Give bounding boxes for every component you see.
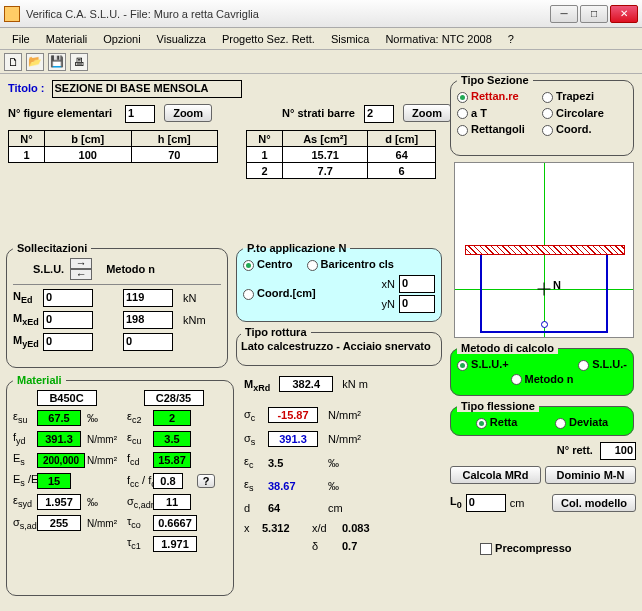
col-modello-button[interactable]: Col. modello [552, 494, 636, 512]
titolo-label: Titolo : [8, 82, 44, 94]
menu-visualizza[interactable]: Visualizza [149, 31, 214, 47]
d-value: 64 [268, 502, 328, 514]
ecu-box: 3.5 [153, 431, 191, 447]
MxRd-value: 382.4 [279, 376, 333, 392]
sollecitazioni-group: Sollecitazioni S.L.U. → ← Metodo n NEd 0… [6, 242, 228, 368]
NEd-input[interactable]: 0 [43, 289, 93, 307]
M-col2-input[interactable]: 198 [123, 311, 173, 329]
help-button[interactable]: ? [197, 474, 215, 488]
precompresso-check[interactable]: Precompresso [480, 542, 636, 555]
N-col2-input[interactable]: 119 [123, 289, 173, 307]
radio-centro[interactable]: Centro [243, 258, 293, 271]
fcd-box: 15.87 [153, 452, 191, 468]
radio-deviata[interactable]: Deviata [555, 416, 608, 429]
tco-box: 0.6667 [153, 515, 197, 531]
nbar-input[interactable]: 2 [364, 105, 394, 123]
x-value: 5.312 [262, 522, 312, 534]
barre-table: N°As [cm²]d [cm] 115.7164 27.76 [246, 130, 436, 179]
radio-at[interactable]: a T [457, 107, 542, 120]
xN-input[interactable]: 0 [399, 275, 435, 293]
window-title: Verifica C.A. S.L.U. - File: Muro a rett… [26, 8, 550, 20]
nbar-label: N° strati barre [282, 107, 355, 119]
xd-value: 0.083 [342, 522, 382, 534]
maximize-button[interactable]: □ [580, 5, 608, 23]
metodo-group: Metodo di calcolo S.L.U.+ S.L.U.- Metodo… [450, 342, 634, 396]
table-row[interactable]: 27.76 [247, 163, 436, 179]
fyd-box: 391.3 [37, 431, 81, 447]
L0-input[interactable]: 0 [466, 494, 506, 512]
titolo-input[interactable]: SEZIONE DI BASE MENSOLA [52, 80, 242, 98]
tiporottura-text: Lato calcestruzzo - Acciaio snervato [241, 340, 437, 352]
plot-N-label: N [553, 279, 561, 291]
print-icon[interactable]: 🖶 [70, 53, 88, 71]
table-row[interactable]: 115.7164 [247, 147, 436, 163]
open-icon[interactable]: 📂 [26, 53, 44, 71]
new-icon[interactable]: 🗋 [4, 53, 22, 71]
menu-opzioni[interactable]: Opzioni [95, 31, 148, 47]
tipoflessione-legend: Tipo flessione [457, 400, 539, 412]
pto-group: P.to applicazione N Centro Baricentro cl… [236, 242, 442, 322]
menu-file[interactable]: File [4, 31, 38, 47]
radio-circolare[interactable]: Circolare [542, 107, 627, 120]
menu-sismica[interactable]: Sismica [323, 31, 378, 47]
figure-table: N°b [cm]h [cm] 110070 [8, 130, 218, 163]
nfig-input[interactable]: 1 [125, 105, 155, 123]
toolbar: 🗋 📂 💾 🖶 [0, 50, 642, 74]
menu-normativa[interactable]: Normativa: NTC 2008 [377, 31, 499, 47]
results-panel: MxRd 382.4 kN m σc -15.87 N/mm² σs 391.3… [244, 376, 444, 552]
menu-progetto[interactable]: Progetto Sez. Rett. [214, 31, 323, 47]
tiporottura-group: Tipo rottura Lato calcestruzzo - Acciaio… [236, 326, 442, 366]
table-row[interactable]: 110070 [9, 147, 218, 163]
acciaio-box[interactable]: B450C [37, 390, 97, 406]
esu-box: 67.5 [37, 410, 81, 426]
MyEd-input[interactable]: 0 [43, 333, 93, 351]
minimize-button[interactable]: ─ [550, 5, 578, 23]
delta-value: 0.7 [342, 540, 382, 552]
materiali-legend: Materiali [13, 374, 66, 386]
tipoflessione-group: Tipo flessione Retta Deviata [450, 400, 634, 436]
fccfcd-box[interactable]: 0.8 [153, 473, 183, 489]
radio-baricentro[interactable]: Baricentro cls [307, 258, 394, 271]
tc1-box: 1.971 [153, 536, 197, 552]
nfig-label: N° figure elementari [8, 107, 112, 119]
radio-retta[interactable]: Retta [476, 416, 518, 429]
sigmac-value: -15.87 [268, 407, 318, 423]
radio-rettangoli[interactable]: Rettangoli [457, 123, 542, 136]
dominio-mn-button[interactable]: Dominio M-N [545, 466, 636, 484]
materiali-group: Materiali B450C C28/35 εsu 67.5 ‰ εc2 2 … [6, 374, 234, 596]
menu-materiali[interactable]: Materiali [38, 31, 96, 47]
cls-box[interactable]: C28/35 [144, 390, 204, 406]
nrett-input[interactable]: 100 [600, 442, 636, 460]
save-icon[interactable]: 💾 [48, 53, 66, 71]
yN-input[interactable]: 0 [399, 295, 435, 313]
section-plot: N [454, 162, 634, 338]
radio-metodon[interactable]: Metodo n [457, 373, 627, 386]
Es-box: 200,000 [37, 453, 85, 468]
app-icon [4, 6, 20, 22]
tipo-sezione-legend: Tipo Sezione [457, 74, 533, 86]
arrow-left-icon[interactable]: ← [70, 269, 92, 280]
zoom-bar-button[interactable]: Zoom [403, 104, 451, 122]
tipo-sezione-group: Tipo Sezione Rettan.re Trapezi a T Circo… [450, 74, 634, 156]
radio-slum[interactable]: S.L.U.- [578, 358, 627, 371]
radio-trapezi[interactable]: Trapezi [542, 90, 627, 103]
menubar: File Materiali Opzioni Visualizza Proget… [0, 28, 642, 50]
radio-coordcm[interactable]: Coord.[cm] [243, 287, 316, 300]
metodo-legend: Metodo di calcolo [457, 342, 558, 354]
radio-slup[interactable]: S.L.U.+ [457, 358, 509, 371]
metodon-label: Metodo n [106, 263, 155, 275]
slu-label: S.L.U. [33, 263, 64, 275]
calcola-mrd-button[interactable]: Calcola MRd [450, 466, 541, 484]
ssadm-box: 255 [37, 515, 81, 531]
radio-rettanre[interactable]: Rettan.re [457, 90, 542, 103]
close-button[interactable]: ✕ [610, 5, 638, 23]
menu-help[interactable]: ? [500, 31, 522, 47]
sigmas-value: 391.3 [268, 431, 318, 447]
tiporottura-legend: Tipo rottura [241, 326, 311, 338]
radio-coord[interactable]: Coord. [542, 123, 627, 136]
My-col2-input[interactable]: 0 [123, 333, 173, 351]
ec2-box: 2 [153, 410, 191, 426]
MxEd-input[interactable]: 0 [43, 311, 93, 329]
zoom-fig-button[interactable]: Zoom [164, 104, 212, 122]
esyd-box: 1.957 [37, 494, 81, 510]
